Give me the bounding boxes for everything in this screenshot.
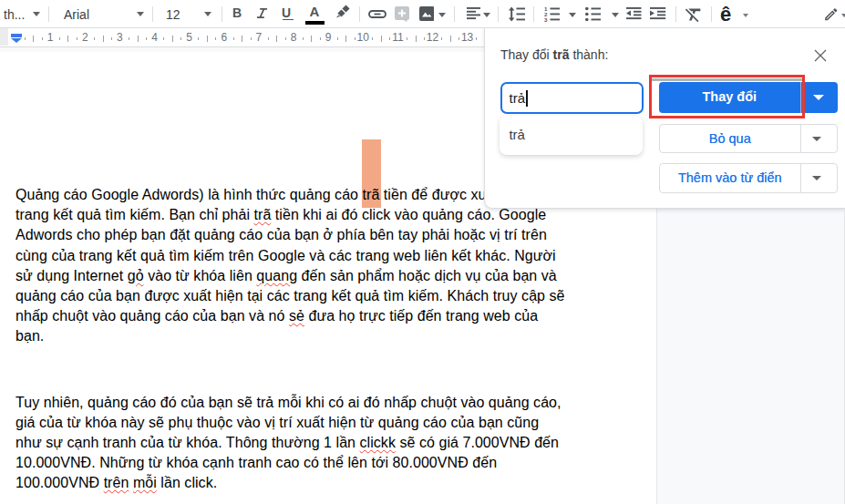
svg-text:3: 3 — [544, 16, 548, 22]
